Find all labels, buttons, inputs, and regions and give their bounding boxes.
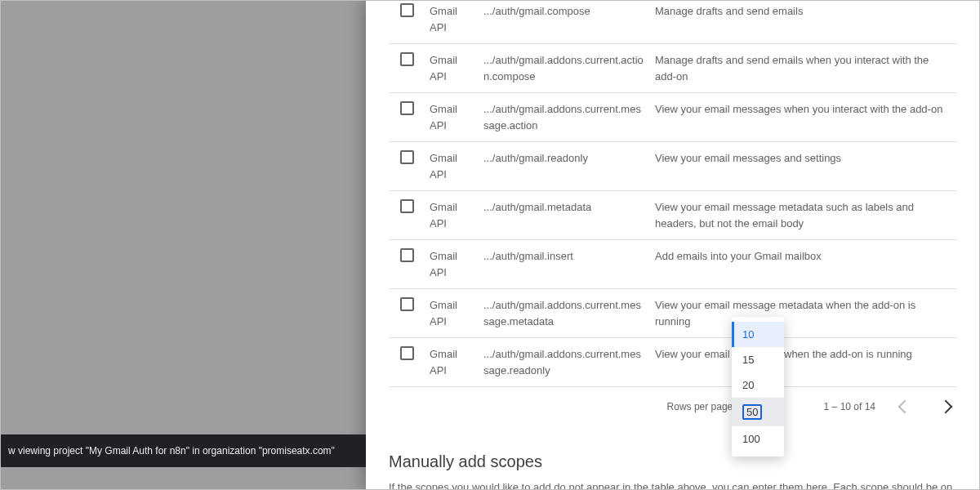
row-checkbox[interactable] (400, 346, 414, 360)
row-checkbox[interactable] (400, 297, 414, 311)
viewport-background: Gmail API.../auth/gmail.composeManage dr… (0, 0, 980, 490)
description-cell: View your email message metadata such as… (650, 191, 957, 240)
api-cell: Gmail API (425, 0, 479, 44)
table-row: Gmail API.../auth/gmail.addons.current.a… (389, 44, 957, 93)
chevron-right-icon (939, 400, 953, 414)
api-cell: Gmail API (425, 338, 479, 387)
status-bar: w viewing project "My Gmail Auth for n8n… (0, 434, 366, 467)
scope-cell: .../auth/gmail.compose (479, 0, 650, 44)
chevron-left-icon (898, 400, 912, 414)
description-cell: View your email messages when you intera… (650, 93, 957, 142)
description-cell: View your email messages and settings (650, 142, 957, 191)
manual-add-heading: Manually add scopes (389, 452, 957, 471)
scope-cell: .../auth/gmail.addons.current.message.re… (479, 338, 650, 387)
row-checkbox[interactable] (400, 52, 414, 66)
pager-range: 1 – 10 of 14 (824, 401, 875, 412)
rows-per-page-option[interactable]: 15 (732, 347, 784, 372)
row-checkbox[interactable] (400, 150, 414, 164)
pager-prev-button[interactable] (893, 395, 916, 418)
row-checkbox[interactable] (400, 199, 414, 213)
scope-cell: .../auth/gmail.addons.current.message.ac… (479, 93, 650, 142)
api-cell: Gmail API (425, 142, 479, 191)
table-row: Gmail API.../auth/gmail.addons.current.m… (389, 338, 957, 387)
rows-per-page-option[interactable]: 50 (732, 398, 784, 426)
api-cell: Gmail API (425, 240, 479, 289)
row-checkbox[interactable] (400, 101, 414, 115)
rows-per-page-label: Rows per page: (667, 401, 736, 412)
description-cell: Manage drafts and send emails when you i… (650, 44, 957, 93)
manual-add-description: If the scopes you would like to add do n… (389, 479, 957, 490)
rows-per-page-option[interactable]: 10 (732, 322, 784, 347)
scopes-table: Gmail API.../auth/gmail.composeManage dr… (389, 0, 957, 387)
api-cell: Gmail API (425, 191, 479, 240)
scopes-side-panel: Gmail API.../auth/gmail.composeManage dr… (366, 0, 980, 490)
rows-per-page-option[interactable]: 100 (732, 426, 784, 452)
scope-cell: .../auth/gmail.readonly (479, 142, 650, 191)
rows-per-page-dropdown[interactable]: 10152050100 (732, 317, 784, 457)
status-bar-text: w viewing project "My Gmail Auth for n8n… (8, 445, 335, 457)
api-cell: Gmail API (425, 93, 479, 142)
table-pager: Rows per page: 1 – 10 of 14 (389, 387, 957, 425)
row-checkbox[interactable] (400, 248, 414, 262)
table-row: Gmail API.../auth/gmail.addons.current.m… (389, 93, 957, 142)
description-cell: View your email messages when the add-on… (650, 338, 957, 387)
scope-cell: .../auth/gmail.metadata (479, 191, 650, 240)
table-row: Gmail API.../auth/gmail.readonlyView you… (389, 142, 957, 191)
table-row: Gmail API.../auth/gmail.insertAdd emails… (389, 240, 957, 289)
description-cell: Add emails into your Gmail mailbox (650, 240, 957, 289)
description-cell: View your email message metadata when th… (650, 289, 957, 338)
scope-cell: .../auth/gmail.insert (479, 240, 650, 289)
description-cell: Manage drafts and send emails (650, 0, 957, 44)
table-row: Gmail API.../auth/gmail.addons.current.m… (389, 289, 957, 338)
api-cell: Gmail API (425, 44, 479, 93)
rows-per-page-option[interactable]: 20 (732, 372, 784, 398)
pager-next-button[interactable] (934, 395, 957, 418)
table-row: Gmail API.../auth/gmail.composeManage dr… (389, 0, 957, 44)
table-row: Gmail API.../auth/gmail.metadataView you… (389, 191, 957, 240)
row-checkbox[interactable] (400, 3, 414, 17)
scope-cell: .../auth/gmail.addons.current.action.com… (479, 44, 650, 93)
api-cell: Gmail API (425, 289, 479, 338)
scope-cell: .../auth/gmail.addons.current.message.me… (479, 289, 650, 338)
